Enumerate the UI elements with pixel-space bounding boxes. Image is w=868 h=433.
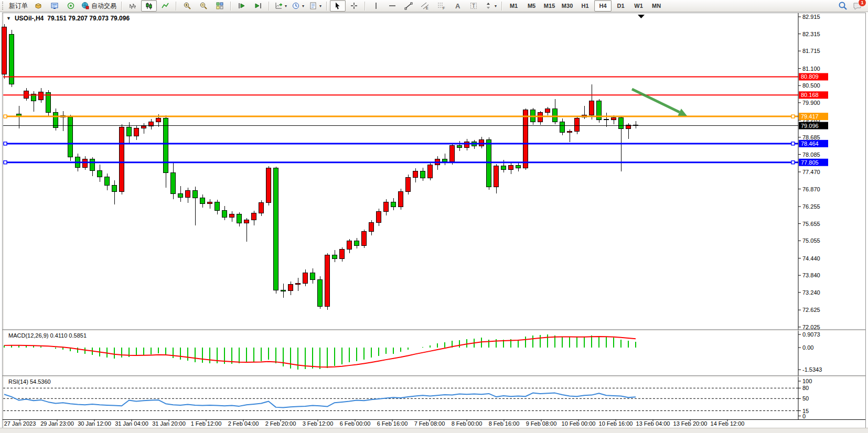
time-tick-label: 2 Feb 04:00 <box>228 420 259 427</box>
tile-windows-button[interactable] <box>212 0 228 12</box>
dropdown-arrow-icon[interactable]: ▾ <box>495 4 497 8</box>
bull-candle <box>523 110 528 168</box>
candlestick-mode-button[interactable] <box>141 0 157 12</box>
dropdown-arrow-icon[interactable]: ▾ <box>302 4 304 8</box>
timeframe-d1-button[interactable]: D1 <box>612 0 629 12</box>
chart-candles-icon <box>145 2 153 10</box>
notifications-button[interactable]: 1 <box>853 1 862 10</box>
bull-candle <box>362 232 367 246</box>
time-tick-label: 3 Feb 12:00 <box>303 420 334 427</box>
line-handle[interactable] <box>4 161 7 164</box>
dropdown-arrow-icon[interactable]: ▾ <box>319 4 322 8</box>
bull-candle <box>545 109 550 113</box>
bear-candle <box>516 165 521 168</box>
bar-chart-mode-button[interactable] <box>125 0 141 12</box>
zoom-in-button[interactable] <box>179 0 195 12</box>
templates-button[interactable]: ▾ <box>307 0 324 12</box>
price-tag-label: 80.168 <box>801 92 819 98</box>
bull-candle <box>230 214 234 217</box>
textA-icon: A <box>453 2 462 10</box>
price-tick-label: 75.055 <box>802 237 820 244</box>
toolbar-separator <box>365 2 366 10</box>
text-tool-button[interactable]: A <box>449 0 465 12</box>
bull-candle <box>252 213 256 220</box>
line-handle[interactable] <box>4 142 7 145</box>
search-button[interactable] <box>838 1 848 10</box>
bear-candle <box>112 185 117 191</box>
bear-candle <box>281 290 286 291</box>
crosshair-tool-button[interactable] <box>346 0 362 12</box>
time-tick-label: 31 Jan 04:00 <box>115 420 148 427</box>
new-order-button[interactable]: 新订单 <box>7 0 30 12</box>
timeframe-m1-button[interactable]: M1 <box>505 0 522 12</box>
timeframe-mn-button[interactable]: MN <box>648 0 665 12</box>
toolbar-separator <box>230 2 231 10</box>
dropdown-arrow-icon[interactable]: ▾ <box>285 4 287 8</box>
navigator-button[interactable] <box>63 0 79 12</box>
periods-button[interactable]: ▾ <box>290 0 306 12</box>
bear-candle <box>318 280 323 307</box>
bear-candle <box>421 171 425 178</box>
indicators-button[interactable]: ▾ <box>272 0 289 12</box>
bear-candle <box>333 255 337 259</box>
bull-candle <box>567 131 572 133</box>
bull-candle <box>340 250 345 259</box>
bear-candle <box>274 168 278 290</box>
timeframe-m5-button[interactable]: M5 <box>523 0 540 12</box>
time-tick-label: 27 Jan 2023 <box>4 420 36 427</box>
price-tick-label: 77.470 <box>802 169 820 175</box>
market-watch-button[interactable] <box>30 0 46 12</box>
horizontal-line-tool-button[interactable] <box>384 0 400 12</box>
bull-candle <box>244 220 249 223</box>
status-bar <box>0 428 868 433</box>
bull-candle <box>538 113 543 122</box>
line-chart-mode-button[interactable] <box>157 0 173 12</box>
bull-candle <box>120 127 124 191</box>
fibo-icon: F <box>437 2 445 10</box>
mt4-terminal: 新订单自动交易▾▾▾EFAT▾M1M5M15M30H1H4D1W1MN1 82.… <box>0 0 868 433</box>
bull-candle <box>347 241 352 249</box>
toolbar-separator <box>269 2 270 10</box>
bear-candle <box>98 170 102 177</box>
cursor-tool-button[interactable] <box>330 0 346 12</box>
timeframe-m30-button[interactable]: M30 <box>559 0 576 12</box>
trendline-tool-button[interactable] <box>401 0 416 12</box>
fibonacci-tool-button[interactable]: F <box>433 0 449 12</box>
bear-candle <box>560 122 565 133</box>
arrows-tool-button[interactable]: ▾ <box>482 0 499 12</box>
toolbar-separator <box>501 2 502 10</box>
toolbar-separator <box>121 2 122 10</box>
chart-shift-button[interactable] <box>250 0 266 12</box>
bear-candle <box>391 202 396 207</box>
timeframe-m15-button[interactable]: M15 <box>541 0 558 12</box>
bear-candle <box>501 166 506 170</box>
bull-candle <box>142 126 146 128</box>
line-handle[interactable] <box>791 142 795 145</box>
bear-candle <box>310 273 315 280</box>
line-handle[interactable] <box>791 115 795 118</box>
timeframe-h4-button[interactable]: H4 <box>594 0 612 12</box>
line-handle[interactable] <box>791 161 795 164</box>
auto-trading-button-label: 自动交易 <box>91 2 116 10</box>
auto-scroll-button[interactable] <box>234 0 250 12</box>
bear-candle <box>443 159 447 161</box>
equidistant-channel-tool-button[interactable]: E <box>417 0 433 12</box>
chart-line-icon <box>161 2 169 10</box>
price-tick-label: 81.715 <box>802 48 820 54</box>
timeframe-w1-button-label: W1 <box>634 3 643 9</box>
data-window-button[interactable] <box>47 0 62 12</box>
timeframe-w1-button[interactable]: W1 <box>630 0 647 12</box>
timeframe-h1-button[interactable]: H1 <box>576 0 594 12</box>
tline-icon <box>404 2 413 10</box>
line-handle[interactable] <box>4 115 7 118</box>
text-label-tool-button[interactable]: T <box>466 0 481 12</box>
price-tick-label: 74.440 <box>802 255 820 262</box>
zoom-out-button[interactable] <box>196 0 211 12</box>
vertical-line-tool-button[interactable] <box>368 0 384 12</box>
timeframe-m5-button-label: M5 <box>528 3 535 9</box>
chart-bars-icon <box>128 2 137 10</box>
gold-box-icon <box>34 2 42 10</box>
price-tick-label: 82.315 <box>802 31 820 37</box>
bull-candle <box>377 211 381 222</box>
auto-trading-button[interactable]: 自动交易 <box>79 0 119 12</box>
